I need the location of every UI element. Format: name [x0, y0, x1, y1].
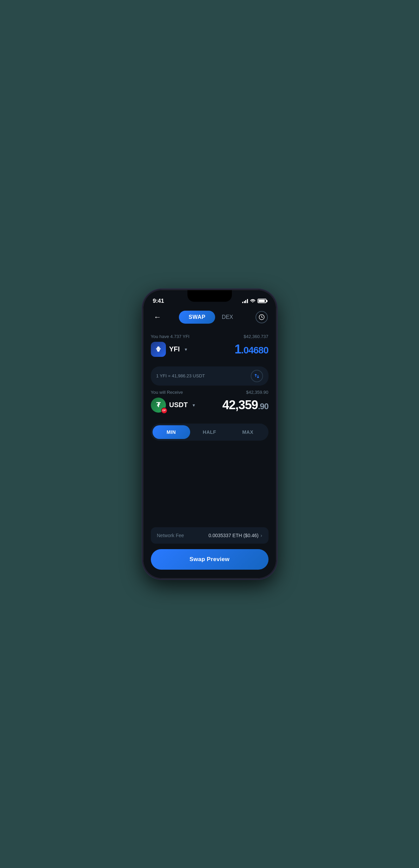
network-fee-section[interactable]: Network Fee 0.0035337 ETH ($0.46) › [151, 527, 269, 544]
battery-icon [258, 299, 266, 303]
from-amount-whole: 1 [235, 342, 241, 356]
network-fee-value: 0.0035337 ETH ($0.46) › [209, 533, 262, 538]
tab-swap[interactable]: SWAP [179, 311, 215, 324]
status-icons [242, 298, 266, 303]
balance-row: You have 4.737 YFI $42,360.737 [151, 334, 269, 339]
wifi-icon [250, 298, 256, 303]
content-spacer [151, 443, 269, 527]
nav-bar: ← SWAP DEX [143, 307, 276, 329]
to-section: You will Receive $42,359.90 ₮ OP USDT ▾ … [151, 390, 269, 415]
swap-preview-button[interactable]: Swap Preview [151, 549, 269, 570]
status-time: 9:41 [153, 298, 164, 305]
history-button[interactable] [256, 311, 268, 323]
notch [187, 290, 232, 302]
to-token-row: ₮ OP USDT ▾ 42,359.90 [151, 398, 269, 413]
exchange-rate-text: 1 YFI = 41,986.23 USDT [156, 373, 205, 378]
network-fee-amount: 0.0035337 ETH ($0.46) [209, 533, 259, 538]
phone-frame: 9:41 ← [143, 290, 276, 579]
back-arrow-icon: ← [154, 313, 161, 322]
to-token-chevron-icon: ▾ [193, 402, 195, 408]
to-token-name: USDT [169, 401, 188, 409]
to-token-selector[interactable]: ₮ OP USDT ▾ [151, 398, 195, 413]
max-button[interactable]: MAX [229, 425, 267, 439]
back-button[interactable]: ← [152, 311, 164, 323]
from-balance-label: You have 4.737 YFI [151, 334, 189, 339]
signal-bars-icon [242, 299, 248, 303]
yfi-token-icon [151, 342, 166, 357]
exchange-rate-row: 1 YFI = 41,986.23 USDT [151, 366, 269, 386]
swap-direction-button[interactable] [251, 370, 263, 382]
op-badge: OP [161, 407, 167, 414]
receive-row: You will Receive $42,359.90 [151, 390, 269, 395]
from-section: You have 4.737 YFI $42,360.737 YFI [151, 334, 269, 360]
nav-tabs: SWAP DEX [179, 311, 240, 324]
tab-dex[interactable]: DEX [215, 311, 240, 324]
min-button[interactable]: MIN [153, 425, 190, 439]
from-amount-decimal: .04680 [241, 345, 269, 355]
network-fee-label: Network Fee [157, 533, 184, 538]
usdt-token-icon: ₮ OP [151, 398, 166, 413]
amount-buttons: MIN HALF MAX [151, 424, 269, 441]
receive-amount-decimal: .90 [258, 402, 268, 411]
swap-arrows-icon [254, 373, 260, 379]
from-amount[interactable]: 1.04680 [235, 342, 269, 357]
yfi-logo [154, 345, 163, 354]
phone-screen: 9:41 ← [143, 290, 276, 578]
from-token-chevron-icon: ▾ [185, 347, 187, 352]
receive-usd: $42,359.90 [246, 390, 268, 395]
history-icon [259, 314, 265, 320]
from-token-name: YFI [169, 345, 180, 353]
main-content: You have 4.737 YFI $42,360.737 YFI [143, 329, 276, 578]
receive-amount: 42,359.90 [222, 398, 268, 412]
from-token-selector[interactable]: YFI ▾ [151, 342, 187, 357]
half-button[interactable]: HALF [191, 425, 228, 439]
network-fee-chevron-icon: › [261, 533, 262, 538]
receive-amount-whole: 42,359 [222, 398, 258, 412]
from-token-row: YFI ▾ 1.04680 [151, 342, 269, 357]
receive-label: You will Receive [151, 390, 183, 395]
from-balance-usd: $42,360.737 [244, 334, 268, 339]
